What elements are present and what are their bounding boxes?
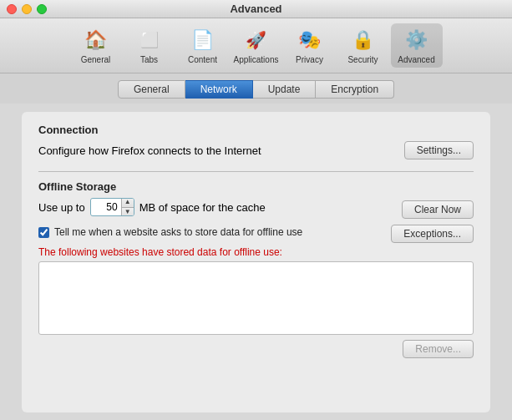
toolbar-item-security[interactable]: 🔒 Security — [337, 23, 389, 68]
maximize-button[interactable] — [37, 4, 47, 14]
content-area: Connection Configure how Firefox connect… — [0, 104, 512, 420]
toolbar-label-privacy: Privacy — [296, 55, 323, 64]
offline-storage-section: Offline Storage Use up to ▲ ▼ MB of spac… — [38, 180, 474, 358]
toolbar-label-applications: Applications — [234, 55, 279, 64]
main-panel: Connection Configure how Firefox connect… — [22, 112, 490, 412]
toolbar-label-general: General — [81, 55, 111, 64]
toolbar-item-applications[interactable]: 🚀 Applications — [231, 23, 282, 68]
tell-me-checkbox-row: Tell me when a website asks to store dat… — [38, 226, 302, 238]
toolbar-item-tabs[interactable]: ⬜ Tabs — [124, 23, 175, 68]
toolbar-item-content[interactable]: 📄 Content — [177, 23, 229, 68]
tab-update[interactable]: Update — [253, 80, 317, 99]
connection-title: Connection — [38, 124, 474, 136]
content-icon: 📄 — [190, 27, 216, 53]
security-icon: 🔒 — [350, 27, 377, 53]
exceptions-button[interactable]: Exceptions... — [391, 225, 474, 243]
cache-increment-button[interactable]: ▲ — [122, 198, 134, 208]
advanced-icon: ⚙️ — [403, 27, 430, 53]
tell-me-checkbox[interactable] — [38, 227, 49, 238]
tab-general[interactable]: General — [118, 80, 185, 99]
toolbar-item-advanced[interactable]: ⚙️ Advanced — [391, 23, 443, 68]
traffic-lights — [7, 4, 47, 14]
remove-button[interactable]: Remove... — [403, 340, 474, 358]
cache-input-wrap: ▲ ▼ — [90, 198, 134, 216]
toolbar-label-security: Security — [347, 55, 378, 64]
clear-now-button[interactable]: Clear Now — [402, 200, 474, 219]
tell-me-label: Tell me when a website asks to store dat… — [54, 226, 302, 238]
connection-section: Connection Configure how Firefox connect… — [38, 124, 474, 159]
cache-row: Use up to ▲ ▼ MB of space for the cache … — [38, 198, 474, 221]
general-icon: 🏠 — [83, 27, 109, 53]
toolbar-label-tabs: Tabs — [140, 55, 158, 64]
tab-network[interactable]: Network — [185, 80, 253, 99]
tab-bar: General Network Update Encryption — [0, 73, 512, 104]
tell-me-row: Tell me when a website asks to store dat… — [38, 225, 474, 243]
toolbar-label-advanced: Advanced — [398, 55, 434, 64]
privacy-icon: 🎭 — [297, 27, 323, 53]
use-up-to-label: Use up to — [38, 201, 85, 214]
cache-input-row: Use up to ▲ ▼ MB of space for the cache — [38, 198, 266, 216]
window-title: Advanced — [230, 3, 281, 15]
close-button[interactable] — [7, 4, 17, 14]
remove-row: Remove... — [38, 340, 474, 358]
minimize-button[interactable] — [22, 4, 32, 14]
tabs-icon: ⬜ — [136, 27, 163, 53]
connection-row: Configure how Firefox connects to the In… — [38, 141, 474, 159]
offline-storage-title: Offline Storage — [38, 180, 474, 193]
toolbar: 🏠 General ⬜ Tabs 📄 Content 🚀 Application… — [0, 18, 512, 73]
cache-spinner: ▲ ▼ — [121, 198, 134, 216]
tab-encryption[interactable]: Encryption — [316, 80, 394, 99]
websites-label: The following websites have stored data … — [38, 246, 474, 258]
websites-list — [38, 261, 474, 335]
applications-icon: 🚀 — [243, 27, 270, 53]
toolbar-item-privacy[interactable]: 🎭 Privacy — [284, 23, 336, 68]
toolbar-label-content: Content — [188, 55, 217, 64]
divider — [38, 171, 474, 172]
cache-decrement-button[interactable]: ▼ — [122, 208, 134, 217]
toolbar-item-general[interactable]: 🏠 General — [70, 23, 122, 68]
cache-value-input[interactable] — [91, 200, 121, 215]
connection-description: Configure how Firefox connects to the In… — [38, 144, 261, 157]
mb-label: MB of space for the cache — [139, 201, 266, 214]
settings-button[interactable]: Settings... — [404, 141, 474, 159]
title-bar: Advanced — [0, 0, 512, 18]
